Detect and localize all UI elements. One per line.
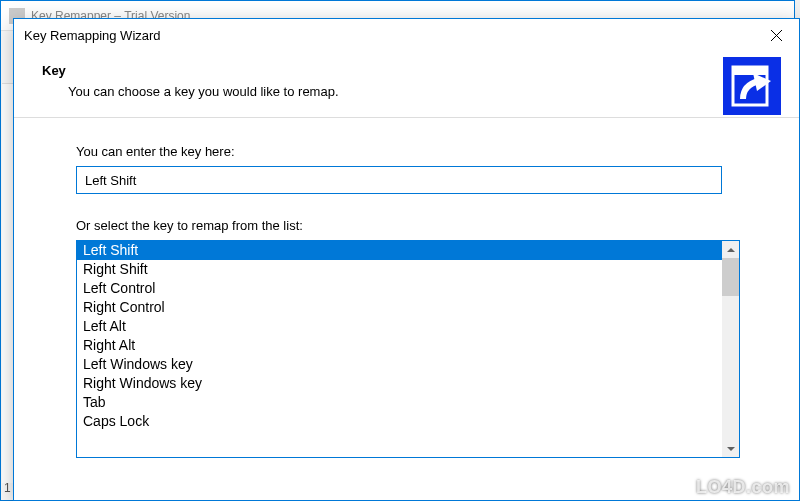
- key-input[interactable]: [76, 166, 722, 194]
- wizard-body: You can enter the key here: Or select th…: [14, 118, 799, 468]
- svg-marker-5: [727, 248, 735, 252]
- wizard-titlebar: Key Remapping Wizard: [14, 19, 799, 51]
- wizard-header-title: Key: [42, 63, 777, 78]
- key-listbox[interactable]: Left ShiftRight ShiftLeft ControlRight C…: [76, 240, 740, 458]
- input-label: You can enter the key here:: [76, 144, 741, 159]
- close-button[interactable]: [753, 19, 799, 51]
- list-item[interactable]: Right Alt: [77, 336, 722, 355]
- scroll-down-button[interactable]: [722, 440, 739, 457]
- list-item[interactable]: Right Windows key: [77, 374, 722, 393]
- wizard-header-subtitle: You can choose a key you would like to r…: [42, 84, 777, 99]
- scroll-up-button[interactable]: [722, 241, 739, 258]
- parent-row-number: 1: [4, 481, 11, 495]
- list-item[interactable]: Right Control: [77, 298, 722, 317]
- list-label: Or select the key to remap from the list…: [76, 218, 741, 233]
- scrollbar[interactable]: [722, 241, 739, 457]
- scroll-thumb[interactable]: [722, 258, 739, 296]
- chevron-down-icon: [727, 447, 735, 451]
- list-item[interactable]: Tab: [77, 393, 722, 412]
- globe-icon: [674, 479, 692, 497]
- watermark: LO4D.com: [674, 477, 790, 498]
- list-item[interactable]: Right Shift: [77, 260, 722, 279]
- chevron-up-icon: [727, 248, 735, 252]
- list-item[interactable]: Left Alt: [77, 317, 722, 336]
- list-item[interactable]: Left Control: [77, 279, 722, 298]
- wizard-window: Key Remapping Wizard Key You can choose …: [13, 18, 800, 501]
- svg-rect-3: [733, 67, 767, 75]
- svg-marker-6: [727, 447, 735, 451]
- close-icon: [771, 30, 782, 41]
- wizard-title: Key Remapping Wizard: [24, 28, 161, 43]
- wizard-header: Key You can choose a key you would like …: [14, 51, 799, 118]
- list-item[interactable]: Left Windows key: [77, 355, 722, 374]
- list-item[interactable]: Caps Lock: [77, 412, 722, 431]
- shortcut-arrow-icon: [723, 57, 781, 115]
- list-item[interactable]: Left Shift: [77, 241, 722, 260]
- watermark-text: LO4D.com: [696, 477, 790, 498]
